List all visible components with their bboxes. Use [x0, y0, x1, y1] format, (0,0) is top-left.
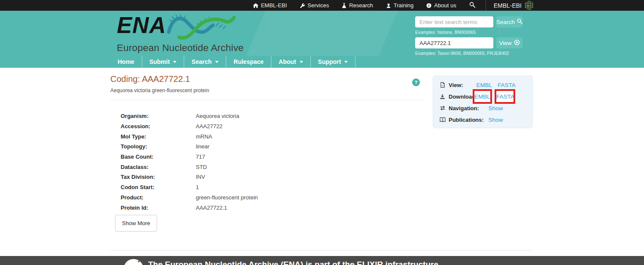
- download-fasta-link[interactable]: FASTA: [496, 93, 514, 100]
- panel-row-download: Download: EMBL FASTA: [433, 90, 532, 102]
- field-label: Mol Type:: [121, 133, 196, 140]
- field-row-base-count: Base Count: 717: [121, 152, 258, 162]
- field-row-accession: Accession: AAA27722: [121, 121, 258, 132]
- field-row-product: Product: green-fluorescent protein: [121, 193, 258, 203]
- nav-item-label: Submit: [149, 58, 170, 65]
- view-embl-link[interactable]: EMBL: [477, 82, 492, 88]
- nav-item-support[interactable]: Support: [311, 56, 356, 68]
- field-row-tax-division: Tax Division: INV: [121, 172, 258, 182]
- nav-item-search[interactable]: Search: [184, 56, 226, 68]
- field-row-dataclass: Dataclass: STD: [121, 162, 258, 172]
- help-icon-glyph: ?: [414, 80, 417, 85]
- field-row-organism: Organism: Aequorea victoria: [121, 111, 258, 121]
- publications-show-link[interactable]: Show: [489, 117, 503, 123]
- topbar-item-embl-ebi[interactable]: EMBL-EBI: [253, 2, 287, 9]
- panel-row-label: View:: [449, 81, 463, 88]
- nav-item-label: Rulespace: [234, 58, 264, 65]
- text-search-button[interactable]: Search: [496, 16, 522, 27]
- field-value: AAA27722.1: [196, 205, 227, 211]
- ena-coding-record-page: EMBL-EBI Services Research Training: [0, 0, 644, 265]
- field-row-topology: Topology: linear: [121, 142, 258, 152]
- sequence-view-button[interactable]: View: [496, 37, 522, 48]
- sequence-id-input[interactable]: [415, 37, 493, 48]
- topbar-item-label: Research: [349, 2, 373, 9]
- text-search-row: Search: [415, 16, 522, 27]
- topbar-divider: [486, 0, 486, 11]
- ena-header: ENA: [0, 11, 644, 56]
- divider: [110, 100, 424, 100]
- ena-logo-text: ENA: [117, 13, 166, 37]
- record-fields: Organism: Aequorea victoria Accession: A…: [121, 111, 258, 213]
- home-icon: [253, 3, 258, 8]
- field-value: mRNA: [196, 133, 212, 140]
- topbar-item-research[interactable]: Research: [342, 2, 373, 9]
- field-value: green-fluorescent protein: [196, 194, 258, 201]
- publications-icon: [440, 117, 446, 122]
- topbar-item-training[interactable]: Training: [386, 2, 413, 9]
- field-value: Aequorea victoria: [196, 113, 239, 119]
- search-button-label: Search: [496, 19, 515, 25]
- chevron-down-icon: [344, 61, 348, 63]
- embl-ebi-hexagon-logo: [525, 0, 534, 10]
- nav-item-submit[interactable]: Submit: [142, 56, 184, 68]
- wrench-icon: [300, 3, 305, 8]
- field-value: 717: [196, 154, 205, 160]
- field-value: INV: [196, 174, 205, 180]
- topbar-item-label: About us: [434, 2, 456, 9]
- topbar-item-label: EMBL-EBI: [261, 2, 287, 9]
- footer-text: The European Nucleotide Archive (ENA) is…: [148, 260, 438, 265]
- topbar-search-button[interactable]: [469, 2, 475, 9]
- embl-ebi-brand[interactable]: EMBL-EBI: [494, 0, 534, 10]
- divider: [110, 250, 534, 250]
- field-label: Product:: [121, 194, 196, 201]
- field-label: Base Count:: [121, 154, 196, 160]
- field-label: Dataclass:: [121, 164, 196, 170]
- topbar-item-about-us[interactable]: About us: [426, 2, 456, 9]
- record-content: Coding: AAA27722.1 ? Aequorea victoria g…: [0, 68, 644, 256]
- field-value: linear: [196, 143, 210, 150]
- view-fasta-link[interactable]: FASTA: [498, 82, 516, 88]
- document-icon: [440, 82, 445, 88]
- elixir-logo: [124, 259, 143, 265]
- dna-helix-icon: [164, 14, 237, 43]
- text-search-input[interactable]: [415, 16, 493, 27]
- sequence-view-row: View: [415, 37, 522, 48]
- info-icon: [426, 3, 431, 8]
- panel-row-publications: Publications: Show: [433, 114, 532, 125]
- nav-item-about[interactable]: About: [271, 56, 310, 68]
- download-embl-link[interactable]: EMBL: [474, 93, 490, 100]
- nav-item-label: About: [279, 58, 296, 65]
- field-label: Tax Division:: [121, 174, 196, 180]
- show-more-button[interactable]: Show More: [115, 215, 157, 232]
- elixir-footer: The European Nucleotide Archive (ENA) is…: [0, 256, 644, 265]
- primary-nav: Home Submit Search Rulespace About Suppo…: [0, 56, 644, 68]
- chevron-down-icon: [300, 61, 303, 63]
- field-row-codon-start: Codon Start: 1: [121, 182, 258, 193]
- page-title: Coding: AAA27722.1: [110, 74, 190, 84]
- highlight-box-download-embl: EMBL: [473, 89, 492, 104]
- nav-item-label: Search: [191, 58, 212, 65]
- field-value: 1: [196, 184, 199, 190]
- topbar-item-label: Training: [394, 2, 413, 9]
- panel-row-navigation: Navigation: Show: [433, 102, 532, 114]
- ena-logo[interactable]: ENA: [117, 13, 244, 54]
- navigation-icon: [440, 105, 446, 111]
- target-icon: [514, 39, 520, 47]
- embl-ebi-masthead: EMBL-EBI Services Research Training: [0, 0, 644, 11]
- field-row-mol-type: Mol Type: mRNA: [121, 131, 258, 142]
- nav-item-home[interactable]: Home: [110, 56, 142, 68]
- field-label: Protein Id:: [121, 205, 196, 211]
- topbar-item-services[interactable]: Services: [300, 2, 329, 9]
- sequence-view-examples: Examples: Taxon:9606, BN000065, PRJEB402: [415, 51, 509, 56]
- highlight-box-download-fasta: FASTA: [495, 89, 515, 104]
- nav-item-label: Home: [118, 58, 134, 65]
- record-actions-panel: View: EMBL FASTA Download: EMBL FASTA: [433, 75, 533, 128]
- field-label: Topology:: [121, 143, 196, 150]
- navigation-show-link[interactable]: Show: [489, 105, 503, 111]
- download-icon: [440, 93, 445, 99]
- field-value: AAA27722: [196, 123, 222, 129]
- help-icon[interactable]: ?: [412, 78, 420, 86]
- flask-icon: [342, 3, 346, 8]
- nav-item-rulespace[interactable]: Rulespace: [226, 56, 271, 68]
- ena-logo-subtitle: European Nucleotide Archive: [117, 42, 244, 54]
